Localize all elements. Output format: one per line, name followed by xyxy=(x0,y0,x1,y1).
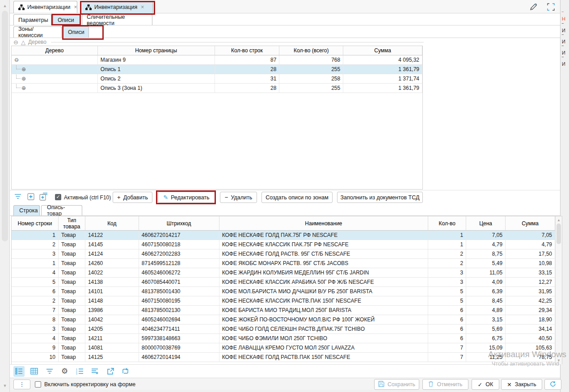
column-header[interactable]: Кол-во xyxy=(428,216,466,230)
collapse-icon[interactable]: ⊖ xyxy=(13,39,18,46)
refresh-button[interactable] xyxy=(544,379,561,390)
expand-icon[interactable]: ⊕ xyxy=(21,66,26,72)
table-row[interactable]: 3Товар141244606272002283КОФЕ НЕСКАФЕ ГОЛ… xyxy=(12,249,555,259)
tab-opis-tovar[interactable]: Опись-товар xyxy=(41,205,82,215)
column-header[interactable]: Номер страницы xyxy=(98,46,215,55)
table-row[interactable]: 1Товар142608714599512128КОФЕ ЯКОБС МОНАР… xyxy=(12,259,555,268)
add-line-icon[interactable] xyxy=(89,366,101,377)
table-cell: 14124 xyxy=(85,249,139,258)
tree-expander-cell[interactable]: ⊕ xyxy=(12,65,98,74)
scroll-up-icon[interactable]: ▲ xyxy=(2,4,8,8)
collapse-icon[interactable]: ⊖ xyxy=(14,57,19,63)
column-header[interactable]: Наименование xyxy=(219,216,429,230)
tree-cell: 255 xyxy=(279,84,343,93)
tree-expander-cell[interactable]: ⊕ xyxy=(12,74,98,83)
table-row[interactable]: 1Товар141224606272014217КОФЕ НЕСКАФЕ ГОЛ… xyxy=(12,231,555,240)
tree-row[interactable]: ⊕Опись 2312581 371,74 xyxy=(12,74,422,84)
tree-row[interactable]: ⊖Магазин 9877684 095,32 xyxy=(12,55,422,65)
table-cell: 4 xyxy=(12,334,59,343)
correction-checkbox[interactable] xyxy=(35,381,41,388)
table-cell: 4,89 xyxy=(466,306,506,315)
more-button[interactable]: ⋮ xyxy=(13,379,30,389)
ok-button[interactable]: ✓ ОК xyxy=(472,379,499,390)
table-cell: 14101 xyxy=(85,287,139,296)
column-header[interactable]: Тип товара xyxy=(59,216,85,230)
column-header[interactable]: Кол-во (всего) xyxy=(279,46,343,55)
numbered-list-icon[interactable]: 123 xyxy=(74,366,85,377)
table-row[interactable]: 4Товар140224605246006272КОФЕ ЖАРДИН КОЛУ… xyxy=(12,268,555,278)
filter-icon[interactable] xyxy=(14,194,21,201)
sort-triangle-icon[interactable]: △ xyxy=(21,39,25,46)
add-document-icon[interactable] xyxy=(27,193,35,202)
column-header[interactable]: Цена xyxy=(466,216,506,230)
table-row[interactable]: 6Товар141014813785001430КОФЕ МОЛ.БАРИСТА… xyxy=(12,287,555,296)
button-label: Отменить xyxy=(437,381,462,388)
tab-inventarizaciya[interactable]: Инвентаризация × xyxy=(80,1,153,13)
table-row[interactable]: 8Товар140424605246002694КОФЕ ЖОКЕЙ ПО-ВО… xyxy=(12,315,555,325)
table-cell: 17,50 xyxy=(506,249,555,258)
scroll-thumb[interactable] xyxy=(556,223,561,244)
gear-icon[interactable]: ⚙ xyxy=(59,366,70,377)
column-header[interactable]: Дерево xyxy=(12,46,98,55)
filter-icon[interactable] xyxy=(44,366,55,377)
tree-cell: 31 xyxy=(215,74,280,83)
column-header[interactable]: Кол-во строк xyxy=(215,46,280,55)
grid-view-icon[interactable] xyxy=(29,366,40,377)
expand-icon[interactable]: ⊕ xyxy=(21,85,26,91)
tree-expander-cell[interactable]: ⊕ xyxy=(12,84,98,93)
table-row[interactable]: 2Товар141484607150080195КОФЕ НЕСКАФЕ КЛА… xyxy=(12,296,555,306)
column-header[interactable]: Сумма xyxy=(343,46,422,55)
close-button[interactable]: ✕ Закрыть xyxy=(501,379,542,390)
table-row[interactable]: 5Товар141384607085440071КОФЕ НЕСКАФЕ КЛА… xyxy=(12,278,555,287)
tree-row[interactable]: ⊕Опись 3 (Зона 1)282551 361,79 xyxy=(12,84,422,93)
active-checkbox[interactable] xyxy=(55,194,61,200)
table-cell: 4 xyxy=(12,268,59,277)
tree-expander-cell[interactable]: ⊖ xyxy=(12,55,98,64)
button-label: ОК xyxy=(485,381,493,388)
table-row[interactable]: 10Товар141254606272014194КОФЕ НЕСКАФЕ ГО… xyxy=(12,353,555,362)
add-button[interactable]: +Добавить xyxy=(113,192,152,203)
column-header[interactable]: Штрихкод xyxy=(139,216,219,230)
left-scrollbar[interactable]: ▲ ▼ xyxy=(0,0,10,392)
tab-stroka[interactable]: Строка xyxy=(13,205,40,215)
edit-button[interactable]: ✎Редактировать xyxy=(158,192,215,203)
scroll-up-icon[interactable]: ▲ xyxy=(556,218,562,222)
tree-row[interactable]: ⊕Опись 1282551 361,79 xyxy=(12,65,422,74)
column-header[interactable]: Номер строки xyxy=(12,216,59,230)
items-scrollbar[interactable]: ▲ ▼ xyxy=(555,216,562,364)
active-checkbox-label: Активный (ctrl F10) xyxy=(64,194,111,201)
column-header[interactable]: Сумма xyxy=(506,216,555,230)
fullscreen-icon[interactable] xyxy=(547,3,555,13)
table-row[interactable]: 4Товар142115997338148663КОФЕ ЧИБО ФЭМИЛИ… xyxy=(12,334,555,343)
table-row[interactable]: 9Товар140818000070038769КОФЕ ЛАВАЦЦА КРЕ… xyxy=(12,343,555,353)
scroll-thumb[interactable] xyxy=(2,11,8,241)
table-row[interactable]: 3Товар142054046234771411КОФЕ ЧИБО ГОЛД С… xyxy=(12,325,555,334)
repeat-icon[interactable] xyxy=(120,366,131,377)
table-row[interactable]: 2Товар141454607150080218КОФЕ НЕСКАФЕ КЛА… xyxy=(12,240,555,249)
close-icon[interactable]: × xyxy=(74,4,77,10)
table-row[interactable]: 7Товар139864813785002130КОФЕ БАРИСТА МИО… xyxy=(12,306,555,315)
tab-opisi[interactable]: Описи xyxy=(53,14,80,25)
cancel-button[interactable]: Отменить xyxy=(422,379,468,390)
external-link-icon[interactable] xyxy=(105,366,116,377)
expand-icon[interactable]: ⊕ xyxy=(21,76,26,82)
scroll-down-icon[interactable]: ▼ xyxy=(2,384,8,388)
tab-opisi-inner[interactable]: Описи xyxy=(63,26,89,38)
table-cell: 33,15 xyxy=(506,268,555,277)
button-label: Добавить xyxy=(123,194,148,201)
tab-inventarizacii[interactable]: Инвентаризации × xyxy=(13,1,77,13)
delete-button[interactable]: −Удалить xyxy=(220,192,257,203)
tab-zony-komissii[interactable]: Зоны/комиссии xyxy=(13,26,62,38)
close-icon[interactable]: × xyxy=(141,4,144,10)
fill-from-tsd-button[interactable]: Заполнить из документов ТСД xyxy=(337,192,423,203)
save-button[interactable]: Сохранить xyxy=(374,379,419,390)
table-cell: 5997338148663 xyxy=(139,334,219,343)
tab-parametry[interactable]: Параметры xyxy=(13,14,51,25)
column-header[interactable]: Код xyxy=(85,216,139,230)
tab-slichitelnye[interactable]: Сличительные ведомости xyxy=(82,14,152,25)
copy-documents-icon[interactable] xyxy=(39,193,48,202)
table-cell: КОФЕ ЖОКЕЙ ПО-ВОСТОЧНОМУ МОЛ.В/С РФ 100Г… xyxy=(219,315,429,324)
create-by-zones-button[interactable]: Создать описи по зонам xyxy=(261,192,333,203)
edit-pencil-icon[interactable] xyxy=(529,3,537,13)
list-view-icon[interactable] xyxy=(13,366,25,377)
